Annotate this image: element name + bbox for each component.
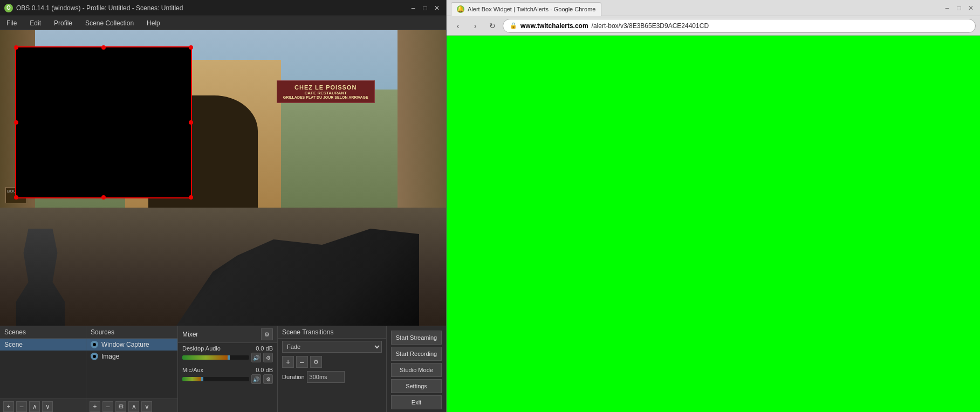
obs-maximize-button[interactable]: □ <box>420 3 430 13</box>
chrome-titlebar: 🔔 Alert Box Widget | TwitchAlerts - Goog… <box>447 0 980 16</box>
transitions-panel-title: Scene Transitions <box>278 326 386 339</box>
scenes-remove-button[interactable]: – <box>16 401 27 412</box>
transition-add-button[interactable]: + <box>282 356 294 368</box>
mixer-desktop-db: 0.0 dB <box>256 345 273 352</box>
restaurant-sign-line1: CHEZ LE POISSON <box>280 84 371 91</box>
chrome-address-bar[interactable]: 🔒 www.twitchalerts.com /alert-box/v3/8E3… <box>503 19 976 33</box>
sources-up-button[interactable]: ∧ <box>128 401 139 412</box>
menu-profile[interactable]: Profile <box>52 18 74 28</box>
sources-down-button[interactable]: ∨ <box>141 401 152 412</box>
mixer-mic-thumb[interactable] <box>201 377 203 381</box>
chrome-tab-icon: 🔔 <box>457 5 464 13</box>
mixer-desktop-icons: 🔊 ⚙ <box>251 353 273 362</box>
scenes-panel-title: Scenes <box>0 326 86 339</box>
chrome-toolbar: ‹ › ↻ 🔒 www.twitchalerts.com /alert-box/… <box>447 16 980 36</box>
scenes-toolbar: + – ∧ ∨ <box>0 399 86 412</box>
restaurant-sign-line2: CAFE RESTAURANT <box>280 91 371 95</box>
transitions-select-row: Fade <box>278 339 386 355</box>
chrome-address-domain: www.twitchalerts.com <box>520 22 588 30</box>
chrome-close-button[interactable]: ✕ <box>966 3 976 13</box>
capture-handle-br[interactable] <box>189 195 193 200</box>
sources-remove-button[interactable]: – <box>102 401 113 412</box>
mixer-gear-button[interactable]: ⚙ <box>261 328 273 340</box>
scenes-up-button[interactable]: ∧ <box>29 401 40 412</box>
mixer-desktop-track[interactable] <box>182 355 249 360</box>
restaurant-sign-line3: GRILLADES PLAT DU JOUR SELON ARRIVAGE <box>280 95 371 99</box>
menu-scene-collection[interactable]: Scene Collection <box>83 18 136 28</box>
capture-handle-bl[interactable] <box>14 195 18 200</box>
scenes-panel-content: Scene <box>0 339 86 399</box>
menu-file[interactable]: File <box>4 18 19 28</box>
obs-menubar: File Edit Profile Scene Collection Help <box>0 16 446 30</box>
source-name-image: Image <box>101 353 119 360</box>
obs-titlebar-left: O OBS 0.14.1 (windows) - Profile: Untitl… <box>4 4 183 12</box>
capture-handle-tr[interactable] <box>189 45 193 50</box>
transition-type-select[interactable]: Fade <box>282 341 382 353</box>
chrome-tab-title: Alert Box Widget | TwitchAlerts - Google… <box>468 6 595 12</box>
mixer-panel-header: Mixer ⚙ <box>178 326 277 343</box>
chrome-maximize-button[interactable]: □ <box>954 3 964 13</box>
mixer-desktop-mute-button[interactable]: 🔊 <box>251 353 261 362</box>
mixer-desktop-fill <box>182 355 229 360</box>
obs-minimize-button[interactable]: – <box>408 3 418 13</box>
chrome-content-area <box>447 36 980 412</box>
menu-help[interactable]: Help <box>145 18 162 28</box>
source-eye-pupil-1 <box>93 355 96 358</box>
start-recording-button[interactable]: Start Recording <box>391 347 442 361</box>
transition-toolbar: + – ⚙ <box>278 355 386 369</box>
chrome-back-button[interactable]: ‹ <box>451 19 465 33</box>
transitions-panel: Scene Transitions Fade + – ⚙ Duration <box>278 326 387 412</box>
mixer-desktop-settings-button[interactable]: ⚙ <box>263 353 273 362</box>
transition-remove-button[interactable]: – <box>296 356 308 368</box>
obs-window: O OBS 0.14.1 (windows) - Profile: Untitl… <box>0 0 447 412</box>
mixer-panel: Mixer ⚙ Desktop Audio 0.0 dB <box>178 326 278 412</box>
source-eye-icon-0[interactable] <box>91 341 98 348</box>
obs-title: OBS 0.14.1 (windows) - Profile: Untitled… <box>16 4 183 12</box>
capture-handle-bm[interactable] <box>101 195 106 200</box>
restaurant-sign: CHEZ LE POISSON CAFE RESTAURANT GRILLADE… <box>277 80 375 103</box>
chrome-lock-icon: 🔒 <box>510 22 517 29</box>
sources-panel-title: Sources <box>86 326 177 339</box>
mixer-channel-mic-name: Mic/Aux 0.0 dB <box>182 367 273 373</box>
source-item-image[interactable]: Image <box>86 351 177 362</box>
duration-input[interactable] <box>307 371 345 383</box>
mixer-mic-db: 0.0 dB <box>256 367 273 373</box>
capture-handle-tm[interactable] <box>101 45 106 50</box>
source-eye-icon-1[interactable] <box>91 353 98 360</box>
source-eye-pupil-0 <box>93 343 96 346</box>
capture-handle-tl[interactable] <box>14 45 18 50</box>
mixer-channel-desktop: Desktop Audio 0.0 dB 🔊 ⚙ <box>178 343 277 365</box>
source-name-window-capture: Window Capture <box>101 341 149 348</box>
chrome-forward-button[interactable]: › <box>468 19 482 33</box>
mixer-desktop-fader: 🔊 ⚙ <box>182 353 273 362</box>
mixer-mic-settings-button[interactable]: ⚙ <box>263 374 273 384</box>
chrome-minimize-button[interactable]: – <box>942 3 952 13</box>
chrome-refresh-button[interactable]: ↻ <box>485 19 499 33</box>
capture-box[interactable] <box>15 46 192 198</box>
mixer-desktop-thumb[interactable] <box>228 355 230 360</box>
mixer-mic-track[interactable] <box>182 377 249 381</box>
game-scene: BOUL... CHEZ LE POISSON CAFE RESTAURANT … <box>0 30 446 326</box>
menu-edit[interactable]: Edit <box>28 18 43 28</box>
start-streaming-button[interactable]: Start Streaming <box>391 331 442 345</box>
studio-mode-button[interactable]: Studio Mode <box>391 363 442 377</box>
obs-window-controls: – □ ✕ <box>408 3 442 13</box>
sources-toolbar: + – ⚙ ∧ ∨ <box>86 399 177 412</box>
capture-handle-mr[interactable] <box>189 120 193 125</box>
settings-button[interactable]: Settings <box>391 379 442 393</box>
sources-add-button[interactable]: + <box>90 401 100 412</box>
capture-handle-ml[interactable] <box>14 120 18 125</box>
chrome-window-controls: – □ ✕ <box>942 3 976 13</box>
mixer-mic-mute-button[interactable]: 🔊 <box>251 374 261 384</box>
mixer-mic-fill <box>182 377 202 381</box>
obs-close-button[interactable]: ✕ <box>432 3 442 13</box>
sources-settings-button[interactable]: ⚙ <box>115 401 126 412</box>
scene-item[interactable]: Scene <box>0 339 86 351</box>
exit-button[interactable]: Exit <box>391 395 442 409</box>
transition-gear-button[interactable]: ⚙ <box>310 356 322 368</box>
source-item-window-capture[interactable]: Window Capture <box>86 339 177 351</box>
scenes-add-button[interactable]: + <box>3 401 14 412</box>
scenes-down-button[interactable]: ∨ <box>42 401 53 412</box>
chrome-tab[interactable]: 🔔 Alert Box Widget | TwitchAlerts - Goog… <box>451 2 601 16</box>
building-right <box>398 30 446 237</box>
